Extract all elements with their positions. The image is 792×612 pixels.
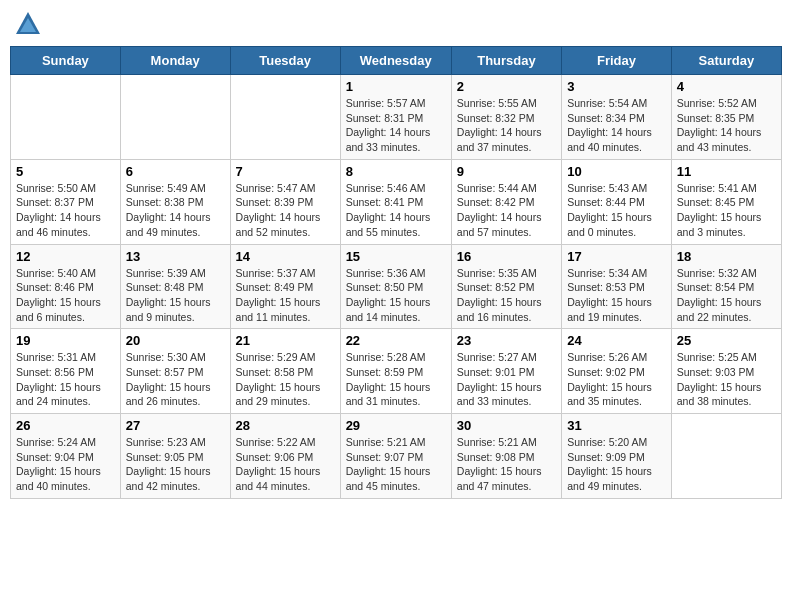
calendar-day-cell: 4Sunrise: 5:52 AMSunset: 8:35 PMDaylight…	[671, 75, 781, 160]
day-number: 5	[16, 164, 115, 179]
day-info: Sunrise: 5:35 AMSunset: 8:52 PMDaylight:…	[457, 266, 556, 325]
day-number: 4	[677, 79, 776, 94]
calendar-day-cell: 6Sunrise: 5:49 AMSunset: 8:38 PMDaylight…	[120, 159, 230, 244]
logo-icon	[14, 10, 42, 38]
day-info: Sunrise: 5:49 AMSunset: 8:38 PMDaylight:…	[126, 181, 225, 240]
day-info: Sunrise: 5:41 AMSunset: 8:45 PMDaylight:…	[677, 181, 776, 240]
day-number: 8	[346, 164, 446, 179]
day-number: 23	[457, 333, 556, 348]
calendar-week-row: 26Sunrise: 5:24 AMSunset: 9:04 PMDayligh…	[11, 414, 782, 499]
calendar-day-cell: 1Sunrise: 5:57 AMSunset: 8:31 PMDaylight…	[340, 75, 451, 160]
calendar-day-cell: 10Sunrise: 5:43 AMSunset: 8:44 PMDayligh…	[562, 159, 672, 244]
day-number: 30	[457, 418, 556, 433]
day-number: 6	[126, 164, 225, 179]
day-info: Sunrise: 5:54 AMSunset: 8:34 PMDaylight:…	[567, 96, 666, 155]
day-of-week-header: Wednesday	[340, 47, 451, 75]
calendar-day-cell: 8Sunrise: 5:46 AMSunset: 8:41 PMDaylight…	[340, 159, 451, 244]
calendar-day-cell: 9Sunrise: 5:44 AMSunset: 8:42 PMDaylight…	[451, 159, 561, 244]
day-info: Sunrise: 5:30 AMSunset: 8:57 PMDaylight:…	[126, 350, 225, 409]
day-info: Sunrise: 5:57 AMSunset: 8:31 PMDaylight:…	[346, 96, 446, 155]
calendar-empty-cell	[230, 75, 340, 160]
day-number: 26	[16, 418, 115, 433]
day-number: 9	[457, 164, 556, 179]
day-info: Sunrise: 5:25 AMSunset: 9:03 PMDaylight:…	[677, 350, 776, 409]
calendar-day-cell: 11Sunrise: 5:41 AMSunset: 8:45 PMDayligh…	[671, 159, 781, 244]
day-number: 27	[126, 418, 225, 433]
day-info: Sunrise: 5:34 AMSunset: 8:53 PMDaylight:…	[567, 266, 666, 325]
day-info: Sunrise: 5:22 AMSunset: 9:06 PMDaylight:…	[236, 435, 335, 494]
calendar-day-cell: 21Sunrise: 5:29 AMSunset: 8:58 PMDayligh…	[230, 329, 340, 414]
day-info: Sunrise: 5:50 AMSunset: 8:37 PMDaylight:…	[16, 181, 115, 240]
day-of-week-header: Tuesday	[230, 47, 340, 75]
day-info: Sunrise: 5:21 AMSunset: 9:08 PMDaylight:…	[457, 435, 556, 494]
day-info: Sunrise: 5:44 AMSunset: 8:42 PMDaylight:…	[457, 181, 556, 240]
day-number: 15	[346, 249, 446, 264]
day-info: Sunrise: 5:47 AMSunset: 8:39 PMDaylight:…	[236, 181, 335, 240]
day-number: 7	[236, 164, 335, 179]
day-number: 17	[567, 249, 666, 264]
day-number: 12	[16, 249, 115, 264]
calendar-week-row: 5Sunrise: 5:50 AMSunset: 8:37 PMDaylight…	[11, 159, 782, 244]
calendar-day-cell: 28Sunrise: 5:22 AMSunset: 9:06 PMDayligh…	[230, 414, 340, 499]
day-info: Sunrise: 5:32 AMSunset: 8:54 PMDaylight:…	[677, 266, 776, 325]
day-info: Sunrise: 5:27 AMSunset: 9:01 PMDaylight:…	[457, 350, 556, 409]
day-number: 11	[677, 164, 776, 179]
calendar-day-cell: 2Sunrise: 5:55 AMSunset: 8:32 PMDaylight…	[451, 75, 561, 160]
calendar-week-row: 12Sunrise: 5:40 AMSunset: 8:46 PMDayligh…	[11, 244, 782, 329]
day-number: 10	[567, 164, 666, 179]
day-info: Sunrise: 5:55 AMSunset: 8:32 PMDaylight:…	[457, 96, 556, 155]
day-number: 29	[346, 418, 446, 433]
day-number: 3	[567, 79, 666, 94]
day-info: Sunrise: 5:20 AMSunset: 9:09 PMDaylight:…	[567, 435, 666, 494]
calendar-day-cell: 18Sunrise: 5:32 AMSunset: 8:54 PMDayligh…	[671, 244, 781, 329]
day-info: Sunrise: 5:52 AMSunset: 8:35 PMDaylight:…	[677, 96, 776, 155]
calendar-day-cell: 12Sunrise: 5:40 AMSunset: 8:46 PMDayligh…	[11, 244, 121, 329]
calendar-empty-cell	[120, 75, 230, 160]
page-header	[10, 10, 782, 38]
day-info: Sunrise: 5:39 AMSunset: 8:48 PMDaylight:…	[126, 266, 225, 325]
day-number: 18	[677, 249, 776, 264]
day-info: Sunrise: 5:37 AMSunset: 8:49 PMDaylight:…	[236, 266, 335, 325]
day-info: Sunrise: 5:28 AMSunset: 8:59 PMDaylight:…	[346, 350, 446, 409]
calendar-day-cell: 31Sunrise: 5:20 AMSunset: 9:09 PMDayligh…	[562, 414, 672, 499]
calendar-day-cell: 7Sunrise: 5:47 AMSunset: 8:39 PMDaylight…	[230, 159, 340, 244]
calendar-day-cell: 15Sunrise: 5:36 AMSunset: 8:50 PMDayligh…	[340, 244, 451, 329]
calendar-day-cell: 22Sunrise: 5:28 AMSunset: 8:59 PMDayligh…	[340, 329, 451, 414]
day-info: Sunrise: 5:21 AMSunset: 9:07 PMDaylight:…	[346, 435, 446, 494]
calendar-day-cell: 14Sunrise: 5:37 AMSunset: 8:49 PMDayligh…	[230, 244, 340, 329]
day-info: Sunrise: 5:31 AMSunset: 8:56 PMDaylight:…	[16, 350, 115, 409]
day-info: Sunrise: 5:43 AMSunset: 8:44 PMDaylight:…	[567, 181, 666, 240]
logo	[14, 10, 46, 38]
day-number: 28	[236, 418, 335, 433]
day-number: 20	[126, 333, 225, 348]
day-info: Sunrise: 5:29 AMSunset: 8:58 PMDaylight:…	[236, 350, 335, 409]
day-number: 19	[16, 333, 115, 348]
calendar-week-row: 19Sunrise: 5:31 AMSunset: 8:56 PMDayligh…	[11, 329, 782, 414]
day-of-week-header: Monday	[120, 47, 230, 75]
day-header-row: SundayMondayTuesdayWednesdayThursdayFrid…	[11, 47, 782, 75]
calendar-day-cell: 20Sunrise: 5:30 AMSunset: 8:57 PMDayligh…	[120, 329, 230, 414]
day-number: 13	[126, 249, 225, 264]
day-info: Sunrise: 5:23 AMSunset: 9:05 PMDaylight:…	[126, 435, 225, 494]
day-number: 14	[236, 249, 335, 264]
calendar-day-cell: 3Sunrise: 5:54 AMSunset: 8:34 PMDaylight…	[562, 75, 672, 160]
day-of-week-header: Sunday	[11, 47, 121, 75]
calendar-week-row: 1Sunrise: 5:57 AMSunset: 8:31 PMDaylight…	[11, 75, 782, 160]
day-info: Sunrise: 5:26 AMSunset: 9:02 PMDaylight:…	[567, 350, 666, 409]
day-number: 1	[346, 79, 446, 94]
calendar-table: SundayMondayTuesdayWednesdayThursdayFrid…	[10, 46, 782, 499]
day-number: 24	[567, 333, 666, 348]
calendar-day-cell: 27Sunrise: 5:23 AMSunset: 9:05 PMDayligh…	[120, 414, 230, 499]
calendar-day-cell: 17Sunrise: 5:34 AMSunset: 8:53 PMDayligh…	[562, 244, 672, 329]
day-number: 31	[567, 418, 666, 433]
day-number: 16	[457, 249, 556, 264]
calendar-empty-cell	[671, 414, 781, 499]
day-info: Sunrise: 5:36 AMSunset: 8:50 PMDaylight:…	[346, 266, 446, 325]
day-of-week-header: Thursday	[451, 47, 561, 75]
calendar-day-cell: 16Sunrise: 5:35 AMSunset: 8:52 PMDayligh…	[451, 244, 561, 329]
day-number: 2	[457, 79, 556, 94]
day-number: 21	[236, 333, 335, 348]
calendar-day-cell: 5Sunrise: 5:50 AMSunset: 8:37 PMDaylight…	[11, 159, 121, 244]
calendar-day-cell: 30Sunrise: 5:21 AMSunset: 9:08 PMDayligh…	[451, 414, 561, 499]
day-info: Sunrise: 5:40 AMSunset: 8:46 PMDaylight:…	[16, 266, 115, 325]
